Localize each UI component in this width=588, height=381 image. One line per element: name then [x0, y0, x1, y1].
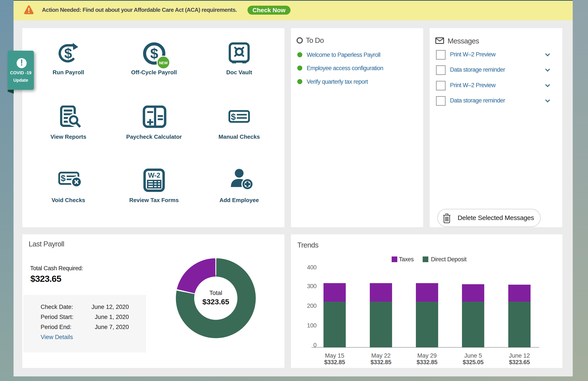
svg-text:$: $	[150, 45, 158, 62]
svg-text:$: $	[61, 173, 65, 183]
svg-text:$: $	[64, 45, 72, 61]
svg-text:W-2: W-2	[148, 171, 160, 179]
svg-text:$: $	[231, 112, 236, 122]
svg-text:NEW: NEW	[159, 61, 168, 65]
